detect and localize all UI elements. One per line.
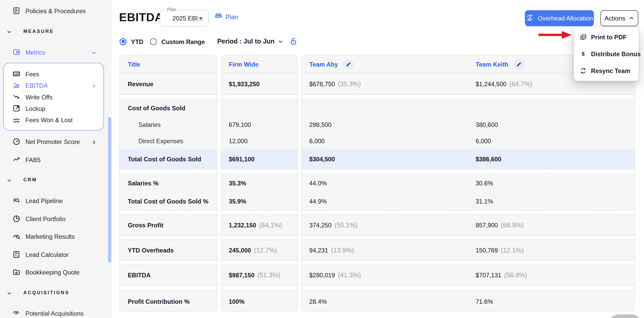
- chevron-up-icon: [629, 16, 634, 21]
- list-search-icon: [12, 197, 21, 205]
- sidebar-item-policies-procedures[interactable]: Policies & Procedures: [0, 3, 112, 19]
- plan-select-label: Plan: [165, 7, 178, 12]
- sidebar-item-label: Lead Calculator: [25, 251, 69, 258]
- sidebar-item-label: EBITDA: [25, 82, 48, 89]
- row-label: Direct Expenses: [119, 137, 183, 144]
- column-header[interactable]: Title: [119, 55, 217, 74]
- table-row-highlighted: $304,500 $386,600: [302, 149, 635, 169]
- menu-item-resync-team[interactable]: Resync Team: [574, 62, 639, 79]
- cell-value: 28.4%: [302, 298, 327, 305]
- ytd-radio-label[interactable]: YTD: [131, 38, 144, 45]
- sidebar-item-label: Fees: [25, 70, 39, 77]
- trend-down-icon: [12, 93, 21, 101]
- sidebar-item-client-portfolio[interactable]: Client Portfolio: [0, 211, 112, 227]
- sidebar-section-acquisitions[interactable]: ACQUISITIONS: [0, 285, 112, 300]
- cell-value: $987,150: [221, 272, 254, 279]
- plan-link-label: Plan: [225, 13, 238, 21]
- column-header-label[interactable]: Team Aby: [302, 61, 338, 68]
- sidebar-item-label: Potential Acquisitions: [25, 310, 84, 317]
- sidebar-item-lead-pipeline[interactable]: Lead Pipeline: [0, 192, 112, 209]
- table-row: $280,019(41.3%) $707,131(56.8%): [302, 265, 635, 285]
- cell-value: $280,019: [302, 272, 335, 279]
- refresh-icon: [579, 67, 587, 75]
- cell-percent: (41.3%): [338, 271, 361, 279]
- sidebar-item-label: Bookkeeping Quote: [25, 269, 80, 276]
- cell-value: $707,131: [476, 272, 501, 279]
- pencil-icon: [345, 61, 351, 67]
- sidebar-item-label: Write Offs: [25, 93, 53, 100]
- unlock-icon[interactable]: [290, 37, 297, 46]
- sidebar-item-net-promoter-score[interactable]: Net Promoter Score: [0, 133, 112, 150]
- sidebar-item-lead-calculator[interactable]: Lead Calculator: [0, 246, 112, 263]
- page-title: EBITDA: [119, 11, 163, 24]
- section-label: CRM: [23, 177, 37, 182]
- folder-star-icon: [12, 268, 21, 276]
- table-row: 94,231(13.9%) 150,769(12.1%): [302, 240, 635, 260]
- zigzag-lines-icon: [12, 116, 21, 124]
- pdf-icon: PDF: [579, 33, 587, 41]
- external-link-icon: [12, 104, 21, 113]
- section-label: ACQUISITIONS: [23, 290, 69, 295]
- svg-text:$: $: [529, 16, 531, 19]
- sidebar-item-label: Marketing Results: [25, 233, 75, 240]
- cell-percent: (12.7%): [254, 247, 277, 254]
- range-controls: YTD Custom Range Period : Jul to Jun: [119, 37, 297, 46]
- trend-up-icon: [12, 156, 21, 164]
- cell-value: 31.1%: [476, 198, 493, 205]
- table-cell-highlighted: $691,100: [221, 149, 297, 169]
- custom-range-radio[interactable]: [150, 38, 157, 45]
- chevron-down-icon: [6, 177, 12, 183]
- sidebar-item-label: FAB5: [25, 156, 40, 163]
- sidebar-scrollbar[interactable]: [108, 117, 111, 263]
- row-divider: [302, 95, 635, 99]
- table-row: 298,500 6,000 380,600 6,000: [302, 99, 635, 149]
- menu-item-print-to-pdf[interactable]: PDF Print to PDF: [574, 29, 639, 46]
- row-divider: [221, 285, 297, 290]
- table-row: YTD Overheads: [119, 240, 217, 260]
- edit-team-aby-button[interactable]: [343, 59, 353, 69]
- svg-text:$: $: [582, 51, 585, 57]
- gauge-icon: [12, 138, 21, 146]
- column-header[interactable]: Firm Wide: [221, 55, 297, 74]
- sidebar-item-potential-acquisitions[interactable]: Potential Acquisitions: [0, 305, 112, 318]
- table-row: Cost of Goods Sold Salaries Direct Expen…: [119, 99, 217, 149]
- sidebar-item-label: Lockup: [25, 105, 45, 112]
- table-row-highlighted: Total Cost of Goods Sold: [119, 149, 217, 169]
- chevron-down-icon[interactable]: [278, 39, 284, 44]
- cell-value: $1,244,500: [476, 81, 506, 88]
- sidebar-item-metrics[interactable]: Metrics: [0, 44, 112, 60]
- custom-range-radio-label[interactable]: Custom Range: [161, 38, 205, 45]
- table-cell: 100%: [221, 290, 297, 312]
- row-divider: [221, 95, 297, 99]
- overhead-allocation-button[interactable]: $ Overhead Allocation: [525, 10, 594, 26]
- sidebar-item-label: Lead Pipeline: [25, 197, 63, 204]
- plan-link[interactable]: Plan: [215, 13, 238, 21]
- menu-item-label: Print to PDF: [591, 34, 627, 41]
- ytd-radio[interactable]: [119, 38, 126, 45]
- period-selector[interactable]: Period : Jul to Jun: [217, 38, 274, 45]
- sidebar-section-crm[interactable]: CRM: [0, 172, 112, 187]
- column-header-label[interactable]: Team Keith: [476, 61, 508, 68]
- sidebar-section-measure[interactable]: MEASURE: [0, 24, 112, 39]
- cell-value: 150,769: [476, 247, 498, 254]
- table-row: Profit Contribution %: [119, 290, 217, 312]
- cell-value: 100%: [221, 298, 244, 305]
- plan-select[interactable]: Plan 2025 EBI...: [160, 10, 209, 27]
- edit-team-keith-button[interactable]: [513, 59, 524, 69]
- sidebar-item-marketing-results[interactable]: Marketing Results: [0, 228, 112, 244]
- row-label: Total Cost of Goods Sold: [119, 156, 201, 163]
- sidebar-item-fees-won-lost[interactable]: Fees Won & Lost: [0, 112, 112, 128]
- chevron-right-icon: [91, 139, 97, 144]
- chat-widget-launcher[interactable]: [608, 314, 642, 318]
- table-row: 374,250(55.1%) 857,900(68.9%): [302, 215, 635, 235]
- cell-value: 245,000: [221, 247, 251, 254]
- table-cell: 1,232,150(64.1%): [221, 215, 297, 235]
- table-cell: $987,150(51.3%): [221, 265, 297, 285]
- sidebar-item-fab5[interactable]: FAB5: [0, 151, 112, 168]
- row-label: Revenue: [119, 81, 153, 88]
- table-row: Gross Profit: [119, 215, 217, 235]
- sync-dollar-icon: $: [526, 13, 534, 23]
- actions-button[interactable]: Actions: [600, 10, 638, 26]
- menu-item-distribute-bonus[interactable]: $ Distribute Bonus: [574, 46, 639, 62]
- sidebar-item-bookkeeping-quote[interactable]: Bookkeeping Quote: [0, 264, 112, 280]
